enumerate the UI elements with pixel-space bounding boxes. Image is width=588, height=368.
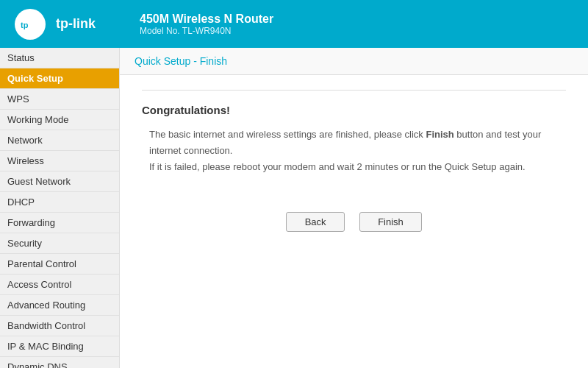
sidebar-item-quick-setup[interactable]: Quick Setup [0,68,119,89]
header: tp tp-link 450M Wireless N Router Model … [0,0,588,48]
device-model: Model No. TL-WR940N [140,26,273,36]
congrats-heading: Congratulations! [142,104,566,116]
main-layout: StatusQuick SetupWPSWorking ModeNetworkW… [0,48,588,368]
logo-text: tp-link [56,16,96,32]
page-title: Quick Setup - Finish [135,55,227,67]
logo-area: tp tp-link [15,9,96,40]
page-title-bar: Quick Setup - Finish [120,48,588,75]
device-name: 450M Wireless N Router [140,13,273,26]
main-content: Quick Setup - Finish Congratulations! Th… [120,48,588,368]
sidebar-item-dhcp[interactable]: DHCP [0,192,119,213]
sidebar-item-dynamic-dns[interactable]: Dynamic DNS [0,357,119,368]
sidebar-item-bandwidth-control[interactable]: Bandwidth Control [0,316,119,336]
sidebar-item-parental-control[interactable]: Parental Control [0,254,119,275]
svg-text:tp: tp [21,21,29,29]
congrats-line1-bold: Finish [426,129,453,140]
sidebar-item-advanced-routing[interactable]: Advanced Routing [0,295,119,316]
sidebar-item-working-mode[interactable]: Working Mode [0,110,119,130]
sidebar-item-security[interactable]: Security [0,233,119,254]
back-button[interactable]: Back [286,212,345,232]
sidebar-item-ip-mac-binding[interactable]: IP & MAC Binding [0,336,119,357]
divider [142,90,566,91]
sidebar-item-network[interactable]: Network [0,130,119,151]
button-row: Back Finish [142,212,566,232]
sidebar-item-forwarding[interactable]: Forwarding [0,213,119,233]
sidebar: StatusQuick SetupWPSWorking ModeNetworkW… [0,48,120,368]
sidebar-item-wps[interactable]: WPS [0,89,119,110]
congrats-line2: If it is failed, please reboot your mode… [149,159,566,175]
sidebar-item-access-control[interactable]: Access Control [0,275,119,295]
sidebar-item-status[interactable]: Status [0,48,119,68]
logo-icon: tp [15,9,46,40]
sidebar-item-guest-network[interactable]: Guest Network [0,171,119,192]
content-area: Congratulations! The basic internet and … [120,75,588,247]
device-info: 450M Wireless N Router Model No. TL-WR94… [140,13,273,36]
congrats-line1-prefix: The basic internet and wireless settings… [149,129,426,140]
finish-button[interactable]: Finish [359,212,422,232]
sidebar-item-wireless[interactable]: Wireless [0,151,119,171]
congrats-line1: The basic internet and wireless settings… [149,127,566,159]
congrats-text: The basic internet and wireless settings… [149,127,566,175]
